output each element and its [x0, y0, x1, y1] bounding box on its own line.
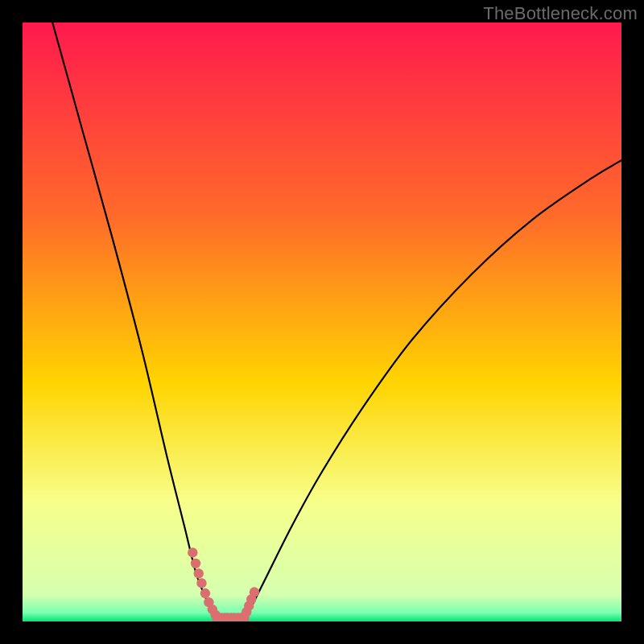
svg-point-3	[196, 578, 206, 588]
svg-point-2	[194, 568, 204, 578]
bottleneck-chart	[23, 23, 621, 621]
svg-point-0	[188, 547, 197, 557]
svg-point-1	[191, 559, 200, 568]
gradient-background	[23, 23, 621, 621]
plot-area	[23, 23, 621, 621]
svg-point-22	[250, 587, 259, 597]
watermark-label: TheBottleneck.com	[483, 3, 638, 24]
chart-frame: TheBottleneck.com	[0, 0, 644, 644]
svg-point-4	[200, 588, 210, 598]
